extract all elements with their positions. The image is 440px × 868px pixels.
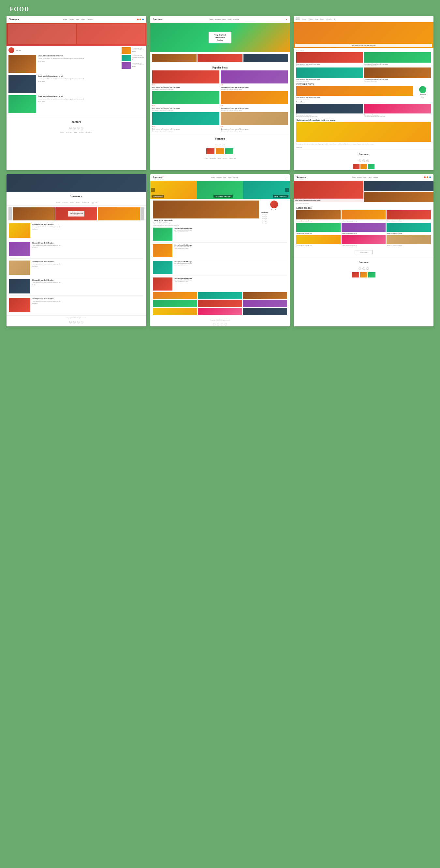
search-icon-5[interactable]: ⌕ xyxy=(286,176,287,179)
post1-readmore[interactable]: Read more xyxy=(38,60,120,62)
social-icon-blue[interactable] xyxy=(142,19,144,20)
social-f-3[interactable]: f xyxy=(358,159,361,162)
grid-label-2: RED · xyxy=(221,84,288,86)
load-more-button[interactable]: LOAD MORE xyxy=(355,250,373,254)
card-samarax: SamaraX Home Features Shop Travel Lifest… xyxy=(150,174,290,327)
sidebar-post2-text: Quis autem vel eum iure velit esse quam xyxy=(132,55,145,61)
main-post-read-more[interactable]: Read more xyxy=(296,146,431,148)
c5-p3-text: Cheesy Bread Roll Recipe Veg Stuffed Bre… xyxy=(174,261,192,274)
card-single-post: Samara Home Features Shop Travel Lifesty… xyxy=(150,16,290,170)
card-recipe-magazine: Samara Home Features Shop Travel Lifesty… xyxy=(294,174,434,327)
social-instagram-2[interactable]: i xyxy=(223,144,225,146)
nav-dot-orange xyxy=(427,177,428,178)
social-p-6[interactable]: p xyxy=(366,268,369,270)
social-f-4[interactable]: f xyxy=(69,321,72,323)
social-twitter-2[interactable]: t xyxy=(219,144,221,146)
slider-img-3 xyxy=(98,207,139,220)
nav-travel[interactable]: TRAVEL xyxy=(75,202,81,204)
post2-readmore[interactable]: Read more xyxy=(38,81,120,82)
slider-right-arrow[interactable]: › xyxy=(140,207,145,220)
latest1-desc: Quis autem vel eum iure velit esse quam xyxy=(296,116,363,117)
c4-post2-body: Lorem ipsum dolor sit amet consectetur a… xyxy=(32,245,61,247)
social-facebook[interactable]: f xyxy=(69,127,72,129)
hamburger-menu[interactable] xyxy=(296,18,300,20)
card5-author-section: Jane Doe Categories Category 1 Category … xyxy=(261,200,287,226)
social-i-4[interactable]: i xyxy=(81,321,84,323)
card3-footer-social: f t p xyxy=(294,158,434,163)
latest7-title: Autem vel eum iure velit esse xyxy=(296,245,341,247)
social-t-5[interactable]: t xyxy=(217,323,219,326)
social-i-5[interactable]: i xyxy=(225,323,227,326)
card3-content: Home / Recipe Quis autem vel eum iure ve… xyxy=(294,48,434,150)
card4-post-5: Cheesy Bread Roll Recipe Lorem ipsum dol… xyxy=(9,298,144,312)
hero-left-arrow[interactable]: ‹ xyxy=(151,188,155,192)
c4-post2-readmore[interactable]: Read more xyxy=(32,247,61,248)
search-icon[interactable]: ⌕ xyxy=(334,18,335,20)
post2-body: Lorem ipsum dolor sit amet consectetur a… xyxy=(38,78,120,80)
feat-left-img xyxy=(296,86,413,96)
c4-post5-readmore[interactable]: Read more xyxy=(32,303,61,304)
social-p-3[interactable]: p xyxy=(366,159,369,162)
grid-label-1: RED · xyxy=(152,84,219,86)
card1-main-column: Jane Doe Unde omnis istenatus error sit … xyxy=(8,47,122,116)
sidebar-post-2: Quis autem vel eum iure velit esse quam xyxy=(122,55,145,61)
c5-p1-img xyxy=(153,227,172,241)
card4-top-image xyxy=(6,174,146,192)
feat4-img xyxy=(364,67,431,78)
post3-readmore[interactable]: Read more xyxy=(38,101,120,102)
post3-text: Unde omnis istenatus error sit Lorem ips… xyxy=(38,95,120,113)
feat4-desc: Quis autem vel eum iure xyxy=(364,80,431,82)
author-name: Jane Doe xyxy=(15,50,21,51)
card1-post-3: Unde omnis istenatus error sit Lorem ips… xyxy=(8,95,120,113)
featured-main-desc: Lorem ipsum dolor sit amet consectetur a… xyxy=(153,224,259,226)
latest-posts-label: Latest Posts xyxy=(296,101,431,103)
social-icon-red[interactable] xyxy=(137,19,138,20)
social-t-6[interactable]: t xyxy=(363,268,365,270)
card1-footer-nav: HOME FEATURES SHOP TRAVEL LIFESTYLE xyxy=(6,130,146,135)
card5-hero-slider: Crispy Potatoes The Ultimate Vegan Curry… xyxy=(150,181,290,199)
social-icon-orange[interactable] xyxy=(139,19,141,20)
social-p-5[interactable]: p xyxy=(221,323,223,326)
c4-post3-readmore[interactable]: Read more xyxy=(32,266,61,267)
post1-body: Lorem ipsum dolor sit amet consectetur a… xyxy=(38,57,120,60)
c4-post4-readmore[interactable]: Read more xyxy=(32,284,61,286)
hero-right-arrow[interactable]: › xyxy=(285,188,289,192)
card6-hero-main: Quis autem vel eum iure velit esse quam xyxy=(294,181,363,202)
post2-title: Unde omnis istenatus error sit xyxy=(38,75,120,77)
nav-lifestyle[interactable]: LIFESTYLE xyxy=(83,202,89,204)
footer-t-2 xyxy=(360,272,367,278)
footer-t-1 xyxy=(352,272,359,278)
social-t-3[interactable]: t xyxy=(363,159,365,162)
c5-post-3: Cheesy Bread Roll Recipe Veg Stuffed Bre… xyxy=(153,261,287,276)
card2-brand: Samara xyxy=(153,18,163,21)
social-f-5[interactable]: f xyxy=(213,323,215,326)
slide2: The Ultimate Vegan Curry xyxy=(197,181,244,199)
card3-hero-main: Quis autem vel eum iure velit esse quam xyxy=(294,22,434,48)
nav-features[interactable]: FEATURES xyxy=(62,202,68,204)
latest6-img xyxy=(386,223,431,232)
card6-hero-caption: Quis autem vel eum iure velit esse quam xyxy=(294,198,363,202)
featured-main-img xyxy=(153,200,259,218)
grid-title-3: Quis autem vel eum iure velit esse quam xyxy=(152,107,219,109)
social-pinterest[interactable]: p xyxy=(77,127,80,129)
social-t-4[interactable]: t xyxy=(73,321,75,323)
social-facebook-2[interactable]: f xyxy=(215,144,217,146)
card6-latest-6: Autem vel eum iure velit esse xyxy=(386,223,431,234)
card2-play-icon[interactable]: ▶ xyxy=(286,18,287,20)
social-p-4[interactable]: p xyxy=(77,321,80,323)
menu-icon-4[interactable]: ☰ xyxy=(95,202,97,204)
nav-home[interactable]: HOME xyxy=(56,202,60,204)
slider-left-arrow[interactable]: ‹ xyxy=(8,207,12,220)
latest6-title: Autem vel eum iure velit esse xyxy=(386,232,431,234)
nav-shop[interactable]: SHOP xyxy=(70,202,73,204)
c4-post5-body: Lorem ipsum dolor sit amet consectetur a… xyxy=(32,300,61,302)
card4-slider: ‹ Veg Stuffed Bread Roll Recipe › xyxy=(8,207,145,220)
search-icon-4[interactable]: ⌕ xyxy=(92,202,94,204)
c4-post1-readmore[interactable]: Read more xyxy=(32,228,61,230)
c4-post1-title: Cheesy Bread Roll Recipe xyxy=(32,223,61,225)
slider-label: Veg Stuffed Bread Roll Recipe xyxy=(68,211,85,217)
card6-footer-social: f t p xyxy=(294,267,434,271)
social-twitter[interactable]: t xyxy=(73,127,75,129)
social-instagram[interactable]: i xyxy=(81,127,84,129)
social-f-6[interactable]: f xyxy=(358,268,361,270)
